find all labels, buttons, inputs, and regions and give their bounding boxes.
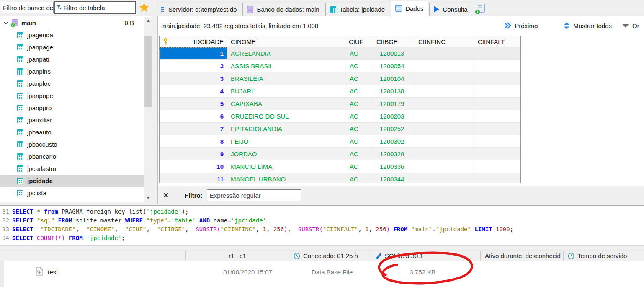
chevron-down-icon[interactable]: [3, 21, 8, 25]
table-row[interactable]: 4BUJARIAC1200138: [160, 85, 520, 98]
grid-cell[interactable]: 9: [160, 148, 227, 160]
grid-cell[interactable]: 10: [160, 160, 227, 173]
grid-cell[interactable]: 5: [160, 98, 227, 110]
tab-server[interactable]: Servidor: d:\temp\test.db: [156, 3, 241, 16]
grid-cell[interactable]: 1200203: [373, 110, 415, 122]
close-filter-icon[interactable]: ✕: [163, 191, 169, 200]
grid-cell[interactable]: 1: [160, 47, 227, 59]
grid-cell[interactable]: BRASILEIA: [227, 72, 345, 85]
sidebar-item-jpanpope[interactable]: jpanpope: [0, 90, 152, 102]
grid-cell[interactable]: AC: [345, 173, 373, 183]
table-row[interactable]: 5CAPIXABAAC1200179: [160, 98, 520, 110]
column-header-ciinfalt[interactable]: CIINFALT: [474, 36, 520, 47]
table-row[interactable]: 10MANCIO LIMAAC1200336: [160, 160, 520, 173]
grid-cell[interactable]: 1200054: [373, 60, 415, 72]
grid-cell[interactable]: 8: [160, 135, 227, 147]
table-row[interactable]: 3BRASILEIAAC1200104: [160, 72, 520, 85]
scroll-up-button[interactable]: [144, 17, 152, 24]
grid-cell[interactable]: 2: [160, 60, 227, 72]
grid-cell[interactable]: [474, 85, 520, 97]
sidebar-item-jpagenda[interactable]: jpagenda: [0, 29, 152, 41]
order-button[interactable]: Or: [622, 22, 644, 29]
grid-cell[interactable]: [415, 173, 474, 183]
sidebar-item-main[interactable]: main 0 B: [0, 16, 152, 29]
grid-cell[interactable]: 1200252: [373, 123, 415, 135]
table-row[interactable]: 7EPITACIOLANDIAAC1200252: [160, 123, 520, 135]
sidebar-item-jpclista[interactable]: jpclista: [0, 187, 152, 199]
grid-cell[interactable]: [415, 160, 474, 173]
sidebar-item-jpcidade[interactable]: jpcidade: [0, 175, 152, 187]
grid-cell[interactable]: 6: [160, 110, 227, 122]
column-header-ciuf[interactable]: CIUF: [345, 36, 373, 47]
next-button[interactable]: Próximo: [504, 22, 538, 29]
sidebar-item-jpbaauto[interactable]: jpbaauto: [0, 126, 152, 138]
grid-cell[interactable]: 1200344: [373, 173, 415, 183]
grid-cell[interactable]: FEIJO: [227, 135, 345, 147]
grid-cell[interactable]: AC: [345, 148, 373, 160]
grid-cell[interactable]: [474, 110, 520, 122]
grid-cell[interactable]: EPITACIOLANDIA: [227, 123, 345, 135]
sidebar-item-jpanpati[interactable]: jpanpati: [0, 53, 152, 65]
grid-cell[interactable]: 7: [160, 123, 227, 135]
grid-cell[interactable]: [474, 135, 520, 147]
grid-cell[interactable]: AC: [345, 72, 373, 85]
table-row[interactable]: 2ASSIS BRASILAC1200054: [160, 60, 520, 72]
grid-cell[interactable]: [415, 98, 474, 110]
grid-cell[interactable]: JORDAO: [227, 148, 345, 160]
grid-cell[interactable]: [474, 47, 520, 59]
table-row[interactable]: 6CRUZEIRO DO SULAC1200203: [160, 110, 520, 123]
grid-cell[interactable]: [415, 72, 474, 85]
grid-cell[interactable]: [474, 148, 520, 160]
grid-cell[interactable]: [474, 98, 520, 110]
sidebar-item-jpbancario[interactable]: jpbancario: [0, 150, 152, 163]
database-filter-input[interactable]: [1, 3, 57, 13]
grid-cell[interactable]: 4: [160, 85, 227, 97]
grid-cell[interactable]: [415, 148, 474, 160]
table-row[interactable]: 11MANOEL URBANOAC1200344: [160, 173, 520, 183]
grid-cell[interactable]: BUJARI: [227, 85, 345, 97]
grid-cell[interactable]: [474, 60, 520, 72]
grid-cell[interactable]: [415, 60, 474, 72]
table-row[interactable]: 8FEIJOAC1200302: [160, 135, 520, 148]
grid-cell[interactable]: 3: [160, 72, 227, 85]
grid-cell[interactable]: AC: [345, 135, 373, 147]
grid-cell[interactable]: AC: [345, 85, 373, 97]
grid-cell[interactable]: AC: [345, 123, 373, 135]
grid-cell[interactable]: MANCIO LIMA: [227, 160, 345, 173]
grid-cell[interactable]: [415, 123, 474, 135]
scrollbar-thumb[interactable]: [144, 36, 152, 107]
table-row[interactable]: 9JORDAOAC1200328: [160, 148, 520, 160]
grid-cell[interactable]: [415, 110, 474, 122]
grid-cell[interactable]: 11: [160, 173, 227, 183]
grid-cell[interactable]: AC: [345, 47, 373, 59]
grid-cell[interactable]: [415, 85, 474, 97]
sidebar-item-jpbaccusto[interactable]: jpbaccusto: [0, 138, 152, 150]
scroll-down-button[interactable]: [144, 194, 152, 202]
sidebar-item-jpcadastro[interactable]: jpcadastro: [0, 163, 152, 175]
tree-scrollbar[interactable]: [144, 17, 152, 202]
file-row[interactable]: test 01/08/2020 15:07 Data Base File 3.7…: [0, 266, 644, 278]
grid-cell[interactable]: AC: [345, 98, 373, 110]
regex-filter-input[interactable]: [207, 189, 301, 201]
column-header-idcidade[interactable]: IDCIDADE: [160, 36, 227, 47]
favorites-star-icon[interactable]: [139, 3, 149, 13]
grid-cell[interactable]: 1200302: [373, 135, 415, 147]
grid-cell[interactable]: ASSIS BRASIL: [227, 60, 345, 72]
tab-data[interactable]: Dados: [391, 1, 428, 16]
grid-cell[interactable]: [415, 135, 474, 147]
grid-cell[interactable]: [474, 72, 520, 85]
tab-query[interactable]: Consulta: [429, 3, 472, 16]
grid-cell[interactable]: 1200138: [373, 85, 415, 97]
table-filter-input[interactable]: [62, 4, 134, 11]
grid-cell[interactable]: AC: [345, 110, 373, 122]
grid-cell[interactable]: [415, 47, 474, 59]
grid-cell[interactable]: 1200328: [373, 148, 415, 160]
column-header-ciibge[interactable]: CIIBGE: [373, 36, 415, 47]
column-header-ciinfinc[interactable]: CIINFINC: [415, 36, 474, 47]
sidebar-item-jpanpage[interactable]: jpanpage: [0, 41, 152, 53]
grid-cell[interactable]: AC: [345, 160, 373, 173]
table-row[interactable]: 1ACRELANDIAAC1200013: [160, 47, 520, 60]
grid-cell[interactable]: 1200336: [373, 160, 415, 173]
grid-cell[interactable]: [474, 173, 520, 183]
grid-cell[interactable]: 1200104: [373, 72, 415, 85]
